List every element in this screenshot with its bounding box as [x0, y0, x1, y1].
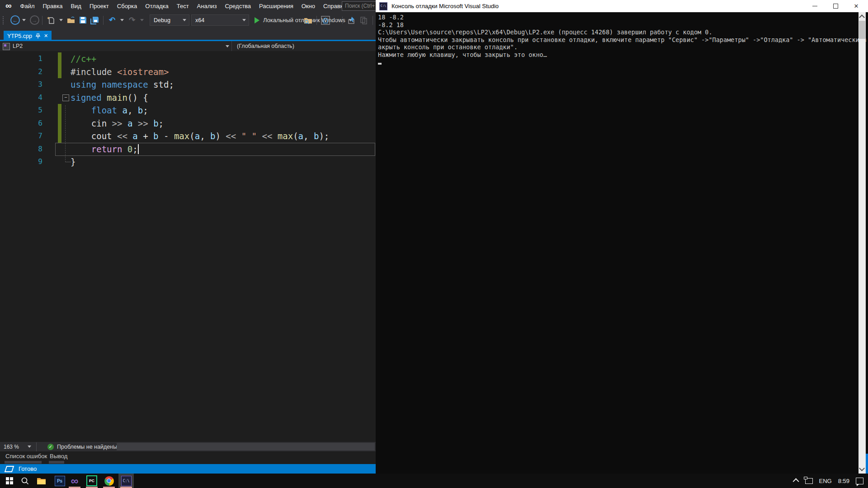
check-icon: ✓ — [47, 444, 54, 450]
code-line[interactable]: 7 cout << a + b - max(a, b) << " " << ma… — [0, 130, 376, 143]
project-icon — [3, 43, 10, 50]
menu-item[interactable]: Сборка — [113, 0, 142, 12]
zoom-level-select[interactable]: 163 % — [0, 444, 33, 450]
network-status-button[interactable] — [805, 478, 813, 484]
action-center-button[interactable] — [856, 478, 863, 484]
undo-dropdown[interactable] — [120, 19, 124, 21]
save-icon[interactable] — [78, 16, 87, 25]
toolbar: ← → ↶ ↷ Debug — [0, 12, 376, 28]
close-tab-icon[interactable]: ✕ — [44, 33, 48, 39]
language-indicator[interactable]: ENG — [819, 478, 832, 484]
folder-icon — [37, 477, 46, 485]
pycharm-button[interactable]: PC — [84, 474, 99, 488]
line-number: 2 — [0, 66, 42, 79]
open-file-icon[interactable] — [66, 16, 75, 25]
document-health-indicator[interactable]: ✓ Проблемы не найдены. — [47, 444, 119, 450]
home-dropdown[interactable] — [334, 19, 337, 21]
code-line[interactable]: 8 return 0; — [0, 143, 376, 156]
tab-filename: YTP5.cpp — [7, 33, 32, 39]
scope-dropdown[interactable]: (Глобальная область) — [237, 41, 294, 51]
chrome-icon — [104, 476, 114, 486]
menu-bar: ∞ ФайлПравкаВидПроектСборкаОтладкаТестАн… — [0, 0, 376, 12]
scroll-down-icon[interactable] — [859, 465, 865, 471]
taskbar-search-button[interactable] — [17, 474, 33, 488]
line-number: 6 — [0, 117, 42, 130]
menu-item[interactable]: Анализ — [193, 0, 221, 12]
console-output[interactable]: 18 -8.2 -8.2 18 C:\Users\User\source\rep… — [376, 12, 868, 474]
pin-icon[interactable] — [36, 33, 40, 38]
line-number: 8 — [0, 143, 42, 156]
sync-active-document-icon[interactable] — [348, 16, 357, 25]
code-line[interactable]: 5 float a, b; — [0, 104, 376, 117]
background-tasks-icon[interactable] — [5, 466, 14, 472]
code-line[interactable]: 6 cin >> a >> b; — [0, 117, 376, 130]
tab-output[interactable]: Вывод — [50, 453, 67, 460]
tab-error-list[interactable]: Список ошибок — [5, 453, 47, 460]
solution-platform-select[interactable]: x64 — [191, 14, 249, 26]
menu-item[interactable]: Средства — [221, 0, 255, 12]
visual-studio-button[interactable]: ∞ — [67, 474, 82, 488]
find-in-files-icon[interactable] — [303, 16, 312, 25]
navigate-back-icon[interactable]: ← — [10, 15, 20, 25]
horizontal-scrollbar[interactable] — [117, 443, 375, 450]
solution-configuration-select[interactable]: Debug — [150, 14, 189, 26]
project-dropdown-caret[interactable] — [226, 45, 229, 47]
clock[interactable]: 8:59 — [838, 478, 849, 484]
save-all-icon[interactable] — [90, 16, 99, 25]
indent-guide — [65, 105, 71, 162]
maximize-button[interactable] — [825, 0, 846, 12]
menu-item[interactable]: Тест — [173, 0, 193, 12]
scrollbar-thumb[interactable] — [859, 21, 865, 39]
console-title-bar[interactable]: C:\ Консоль отладки Microsoft Visual Stu… — [376, 0, 868, 12]
code-line[interactable]: 4signed main() { — [0, 91, 376, 104]
redo-dropdown[interactable] — [140, 19, 144, 21]
new-file-icon[interactable] — [47, 16, 56, 25]
start-button[interactable] — [2, 474, 17, 488]
code-line[interactable]: 2#include <iostream> — [0, 66, 376, 79]
menu-item[interactable]: Файл — [16, 0, 39, 12]
project-dropdown[interactable]: LP2 — [13, 41, 23, 51]
scroll-left-icon[interactable] — [111, 445, 114, 449]
scroll-up-icon[interactable] — [859, 14, 865, 20]
debug-console-taskbar-button[interactable]: C:\ — [118, 474, 134, 488]
navigation-bar: LP2 (Глобальная область) — [0, 41, 376, 52]
photoshop-icon: Ps — [55, 476, 65, 486]
photoshop-button[interactable]: Ps — [52, 474, 67, 488]
windows-logo-icon — [6, 477, 13, 484]
visual-studio-window: ∞ ФайлПравкаВидПроектСборкаОтладкаТестАн… — [0, 0, 376, 474]
code-editor[interactable]: 1//c++2#include <iostream>3using namespa… — [0, 51, 376, 442]
menu-item[interactable]: Отладка — [141, 0, 172, 12]
collapse-region-icon[interactable]: − — [62, 94, 69, 101]
code-line[interactable]: 9} — [0, 155, 376, 169]
text-cursor — [138, 144, 139, 154]
copy-document-icon[interactable] — [359, 16, 368, 25]
menu-item[interactable]: Расширения — [255, 0, 297, 12]
close-button[interactable]: ✕ — [846, 0, 867, 12]
status-bar: Готово — [0, 464, 376, 474]
console-scrollbar[interactable] — [859, 12, 866, 474]
minimize-button[interactable] — [804, 0, 825, 12]
home-icon[interactable] — [321, 16, 330, 25]
undo-icon[interactable]: ↶ — [108, 16, 117, 25]
navigate-forward-icon[interactable]: → — [30, 15, 39, 25]
windows-taskbar: Ps ∞ PC C:\ ENG 8:59 — [0, 474, 868, 488]
code-line[interactable]: 1//c++ — [0, 52, 376, 66]
system-tray: ENG 8:59 — [794, 474, 868, 488]
search-input[interactable]: Поиск (Ctrl+ — [342, 1, 376, 11]
code-line[interactable]: 3using namespace std; — [0, 78, 376, 91]
play-icon — [255, 17, 259, 23]
show-hidden-icons-button[interactable] — [794, 479, 799, 483]
bottom-panel-tabs: Список ошибок Вывод — [0, 451, 376, 464]
menu-item[interactable]: Окно — [297, 0, 319, 12]
menu-item[interactable]: Правка — [39, 0, 67, 12]
file-explorer-button[interactable] — [33, 474, 49, 488]
redo-icon[interactable]: ↷ — [127, 16, 137, 25]
menu-item[interactable]: Проект — [85, 0, 113, 12]
new-file-dropdown[interactable] — [59, 19, 63, 21]
chrome-button[interactable] — [101, 474, 117, 488]
pycharm-icon: PC — [86, 475, 97, 486]
menu-item[interactable]: Вид — [66, 0, 85, 12]
output-strip — [49, 461, 64, 464]
navigate-back-dropdown[interactable] — [22, 19, 26, 21]
toolbar-grip[interactable] — [3, 16, 5, 24]
